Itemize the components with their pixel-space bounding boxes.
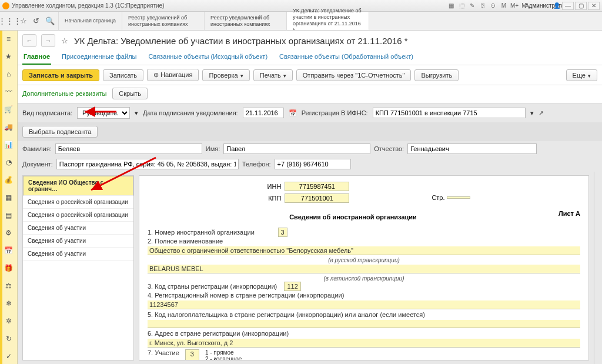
rail-icon-3[interactable]: ⌂ <box>4 69 14 79</box>
check-button[interactable]: Проверка▾ <box>202 69 249 81</box>
tab-home[interactable]: Начальная страница <box>59 12 122 30</box>
scrollbar[interactable] <box>594 172 602 364</box>
section-rail: ≡ ★ ⌂ 〰 🛒 🚚 📊 ◔ 💰 ▦ ▤ ⚙ 📅 🎁 ⚖ ❄ ✲ ↻ ✓ <box>0 31 18 364</box>
org-number-value[interactable]: 3 <box>278 228 287 237</box>
save-close-button[interactable]: Записать и закрыть <box>22 69 99 81</box>
more-button[interactable]: Еще▾ <box>566 69 597 81</box>
search-icon[interactable]: 🔍 <box>45 16 55 26</box>
save-button[interactable]: Записать <box>103 69 143 81</box>
rail-icon-16[interactable]: ❄ <box>4 299 14 308</box>
rail-icon-18[interactable]: ↻ <box>4 334 14 343</box>
participation-value[interactable]: 3 <box>185 349 199 360</box>
taxpayer-code[interactable] <box>148 320 580 328</box>
rail-icon-7[interactable]: 📊 <box>4 140 14 149</box>
line5-label: 5. Код налогоплательщика в стране регист… <box>148 311 580 318</box>
phone-input[interactable] <box>275 159 351 169</box>
maximize-button[interactable]: ▢ <box>575 2 587 10</box>
tree-item-3[interactable]: Сведения об участии <box>23 222 133 235</box>
hide-button[interactable]: Скрыть <box>112 88 148 99</box>
extra-link[interactable]: Дополнительные реквизиты <box>22 90 106 97</box>
rail-icon-10[interactable]: ▦ <box>4 193 14 202</box>
reg-input[interactable] <box>373 108 526 118</box>
org-name-ru[interactable]: Общество с ограниченной ответственностью… <box>148 246 580 255</box>
name-row: Фамилия: Имя: Отчество: <box>18 141 602 156</box>
history-icon[interactable]: ↺ <box>33 16 39 26</box>
tree-item-0[interactable]: Сведения ИО Общество с огранич… <box>23 176 133 196</box>
rail-icon-15[interactable]: ⚖ <box>4 281 14 290</box>
star-icon[interactable]: ☆ <box>20 16 27 26</box>
page-num-value[interactable] <box>447 196 470 199</box>
rail-icon-11[interactable]: ▤ <box>4 211 14 220</box>
tb-icon-2[interactable]: ⬚ <box>457 2 466 10</box>
tree-item-4[interactable]: Сведения об участии <box>23 235 133 248</box>
tb-icon-3[interactable]: ✎ <box>468 2 476 10</box>
close-window-button[interactable]: ✕ <box>588 2 600 10</box>
address-value[interactable]: г. Минск, ул. Выготского, д 2 <box>148 339 580 348</box>
inn-value[interactable]: 7715987451 <box>285 182 349 191</box>
tab-rel1[interactable]: Связанные объекты (Исходный объект) <box>147 51 269 65</box>
part-opt-2: 2 - косвенное <box>205 356 245 360</box>
minimize-button[interactable]: — <box>562 2 574 10</box>
rail-icon-2[interactable]: ★ <box>4 52 14 61</box>
rail-icon-4[interactable]: 〰 <box>4 87 14 96</box>
print-button[interactable]: Печать▾ <box>253 69 293 81</box>
rail-icon-8[interactable]: ◔ <box>4 158 14 167</box>
kpp-value[interactable]: 771501001 <box>285 193 349 203</box>
sign-date-input[interactable] <box>243 108 284 118</box>
doc-input[interactable] <box>56 159 239 169</box>
apps-icon[interactable]: ⋮⋮⋮ <box>5 16 14 26</box>
signer-kind-select[interactable]: Руководитель органи <box>77 107 130 119</box>
navigation-button[interactable]: ⊕ Навигация <box>147 69 199 81</box>
section-tree: Сведения ИО Общество с огранич… Сведения… <box>22 175 134 360</box>
tree-item-2[interactable]: Сведения о российской организации <box>23 209 133 222</box>
tb-icon-1[interactable]: ▦ <box>447 2 455 10</box>
rail-icon-5[interactable]: 🛒 <box>4 105 14 114</box>
lat-note: (в латинской транскрипции) <box>148 275 580 282</box>
export-button[interactable]: Выгрузить <box>414 69 459 81</box>
lastname-input[interactable] <box>55 143 202 154</box>
org-name-lat[interactable]: BELARUS MEBEL <box>148 265 580 273</box>
user-name[interactable]: Администратор <box>542 2 550 10</box>
reg-number[interactable]: 11234567 <box>148 300 580 309</box>
tree-item-5[interactable]: Сведения об участии <box>23 248 133 261</box>
tab-rel2[interactable]: Связанные объекты (Обработанный объект) <box>278 51 414 65</box>
rail-icon-17[interactable]: ✲ <box>4 316 14 326</box>
rail-icon-6[interactable]: 🚚 <box>4 122 14 132</box>
tab-main[interactable]: Главное <box>22 51 51 65</box>
rail-icon-13[interactable]: 📅 <box>4 246 14 255</box>
rail-icon-12[interactable]: ⚙ <box>4 228 14 238</box>
tb-icon-m[interactable]: M <box>500 2 508 10</box>
favorite-icon[interactable]: ☆ <box>60 36 69 45</box>
rail-icon-1[interactable]: ≡ <box>4 34 14 44</box>
main-toolbar: ⋮⋮⋮ ☆ ↺ 🔍 Начальная страница Реестр увед… <box>0 12 602 31</box>
document-tabs: Начальная страница Реестр уведомлений об… <box>59 12 602 30</box>
tb-icon-4[interactable]: ⍰ <box>479 2 487 10</box>
rail-icon-9[interactable]: 💰 <box>4 175 14 185</box>
middlename-input[interactable] <box>407 143 537 154</box>
back-button[interactable]: ← <box>22 34 36 47</box>
tb-icon-5[interactable]: ⏲ <box>489 2 497 10</box>
choose-signer-button[interactable]: Выбрать подписанта <box>22 126 98 138</box>
tab-files[interactable]: Присоединенные файлы <box>61 51 138 65</box>
tab-registry-1[interactable]: Реестр уведомлений об иностранных компан… <box>122 12 205 30</box>
line6-label: 6. Адрес в стране регистрации (инкорпора… <box>148 330 580 337</box>
tb-icon-m2[interactable]: M+ <box>510 2 519 10</box>
reg-open-icon[interactable]: ↗ <box>539 109 544 117</box>
page-header: ← → ☆ УК Дельта: Уведомление об участии … <box>18 31 602 65</box>
forward-button[interactable]: → <box>41 34 55 47</box>
form-area: ИНН7715987451 КПП771501001 Стр. Сведения… <box>139 175 589 360</box>
doc-label: Документ: <box>22 161 53 168</box>
tab-notification[interactable]: УК Дельта: Уведомление об участии в инос… <box>287 12 369 30</box>
tab-registry-2[interactable]: Реестр уведомлений об иностранных компан… <box>205 12 287 30</box>
signer-kind-dd[interactable]: ▾ <box>135 109 138 117</box>
action-bar: Записать и закрыть Записать ⊕ Навигация … <box>18 65 602 85</box>
reg-dd[interactable]: ▾ <box>530 109 534 117</box>
firstname-input[interactable] <box>223 143 370 154</box>
calendar-icon[interactable]: 📅 <box>289 109 297 117</box>
rail-icon-14[interactable]: 🎁 <box>4 263 14 273</box>
tree-item-1[interactable]: Сведения о российской организации <box>23 196 133 209</box>
titlebar-tools: ▦ ⬚ ✎ ⍰ ⏲ M M+ M- ▭ Администратор 👤 <box>447 2 561 10</box>
country-code[interactable]: 112 <box>284 282 300 291</box>
rail-icon-19[interactable]: ✓ <box>4 352 14 361</box>
send-button[interactable]: Отправить через "1С-Отчетность" <box>296 69 412 81</box>
